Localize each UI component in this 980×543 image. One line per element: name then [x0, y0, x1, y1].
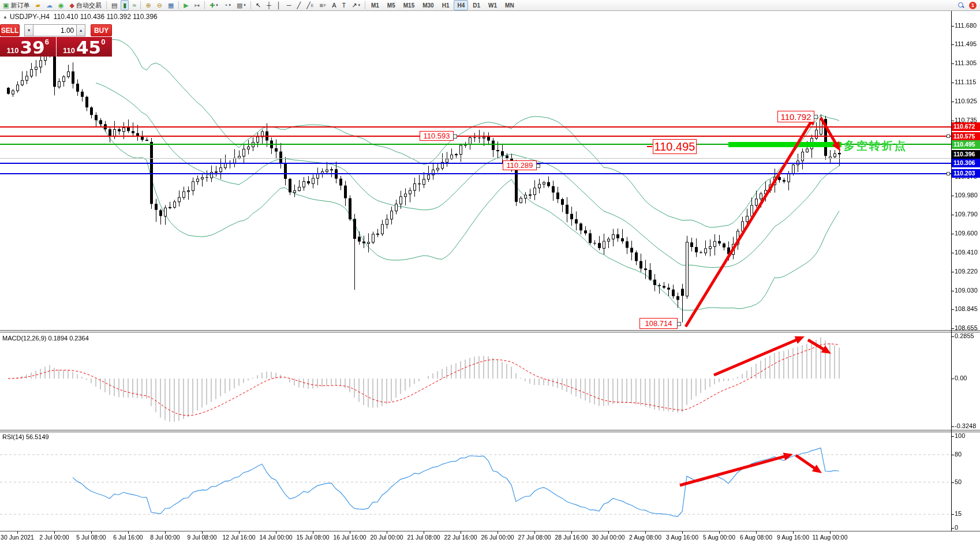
buy-price-pip: 0: [101, 38, 105, 46]
icon-letter: E: [311, 3, 314, 8]
selection-handle[interactable]: [677, 322, 681, 326]
price-label-110.593[interactable]: 110.593: [420, 131, 454, 141]
sell-price-handle: 110: [7, 46, 19, 55]
selection-handle[interactable]: [814, 115, 818, 119]
templates-icon: ▩: [237, 2, 242, 9]
dropdown-caret-icon[interactable]: ▾: [244, 3, 246, 8]
text-label-icon: T: [342, 2, 346, 9]
volume-input[interactable]: [33, 24, 76, 36]
line-chart-button[interactable]: ≈: [130, 0, 138, 10]
text-label-button[interactable]: T: [339, 0, 348, 10]
new-order-button-label: 新订单: [10, 1, 29, 10]
tile-windows-button[interactable]: ▦: [166, 0, 176, 10]
chart-header: ▲ USDJPY-,H4 110.410 110.436 110.392 110…: [3, 13, 158, 21]
auto-scroll-button[interactable]: ▶: [181, 0, 190, 10]
text-button[interactable]: A: [330, 0, 338, 10]
timeframe-h4-button[interactable]: H4: [454, 0, 468, 10]
timeframe-m15-button[interactable]: M15: [400, 0, 418, 10]
trendline-icon: ╱: [297, 2, 301, 9]
templates-button[interactable]: ▩▾: [234, 0, 248, 10]
terminal-window: ▣新订单▰☁◉◆自动交易▤▮≈⊕⊖▦▶↦✚▾◔▾▩▾↖┼│─╱╱E≡FAT↗▾M…: [0, 0, 980, 543]
candlestick-chart-button[interactable]: ▮: [121, 0, 129, 10]
crosshair-icon: ┼: [267, 2, 271, 9]
market-button[interactable]: ☁: [44, 0, 55, 10]
autotrade-button[interactable]: ◆自动交易: [67, 0, 103, 10]
buy-price-display[interactable]: 110 45 0: [57, 37, 113, 57]
vertical-line-icon: │: [277, 2, 281, 9]
bar-chart-button[interactable]: ▤: [109, 0, 119, 10]
tile-windows-icon: ▦: [168, 2, 174, 9]
fibonacci-icon: ≡: [319, 2, 323, 9]
new-order-button[interactable]: ▣新订单: [1, 0, 32, 10]
zoom-out-icon: ⊖: [157, 2, 162, 9]
icon-letter: F: [324, 3, 326, 8]
timeframe-m5-button[interactable]: M5: [384, 0, 399, 10]
chart-shift-button[interactable]: ↦: [192, 0, 202, 10]
notification-icon[interactable]: 1: [969, 2, 977, 9]
gold-trading-button[interactable]: ▰: [33, 0, 42, 10]
zoom-in-button[interactable]: ⊕: [143, 0, 153, 10]
timeframe-d1-button[interactable]: D1: [469, 0, 484, 10]
selection-handle[interactable]: [536, 164, 540, 168]
horizontal-line-icon: ─: [287, 2, 291, 9]
sell-button[interactable]: SELL: [0, 24, 20, 36]
candlestick-chart-icon: ▮: [123, 2, 126, 9]
search-icon[interactable]: [957, 2, 964, 9]
symbol-icon: ▲: [3, 14, 8, 20]
zoom-out-button[interactable]: ⊖: [155, 0, 164, 10]
channel-button[interactable]: ╱E: [304, 0, 316, 10]
cursor-button[interactable]: ↖: [253, 0, 263, 10]
toolbar-separator: [106, 1, 107, 9]
volume-increase-button[interactable]: ▲: [76, 24, 85, 36]
arrows-button[interactable]: ↗▾: [349, 0, 362, 10]
new-order-icon: ▣: [3, 2, 9, 9]
price-label-110.289[interactable]: 110.289: [503, 160, 537, 170]
price-chart-canvas[interactable]: [0, 0, 980, 543]
line-chart-icon: ≈: [132, 2, 136, 9]
vertical-line-button[interactable]: │: [275, 0, 283, 10]
signals-button[interactable]: ◉: [56, 0, 66, 10]
dropdown-caret-icon[interactable]: ▾: [229, 3, 231, 8]
price-label-110.792[interactable]: 110.792: [777, 111, 814, 122]
timeframe-h1-button[interactable]: H1: [439, 0, 453, 10]
cursor-icon: ↖: [256, 2, 261, 9]
price-label-108.714[interactable]: 108.714: [639, 318, 678, 329]
crosshair-button[interactable]: ┼: [264, 0, 274, 10]
arrows-icon: ↗: [351, 2, 357, 9]
one-click-trading-panel: SELL ▼ ▲ BUY 110 39 6 110 45 0: [0, 24, 112, 57]
autotrade-button-label: 自动交易: [76, 1, 102, 10]
chart-ohlc-quotes: 110.410 110.436 110.392 110.396: [54, 13, 158, 21]
toolbar: ▣新订单▰☁◉◆自动交易▤▮≈⊕⊖▦▶↦✚▾◔▾▩▾↖┼│─╱╱E≡FAT↗▾M…: [0, 0, 980, 11]
market-icon: ☁: [46, 2, 53, 9]
label-anchor-dash: [647, 146, 652, 147]
volume-decrease-button[interactable]: ▼: [24, 24, 33, 36]
dropdown-caret-icon[interactable]: ▾: [216, 3, 218, 8]
periods-button[interactable]: ◔▾: [222, 0, 233, 10]
signals-icon: ◉: [58, 2, 64, 9]
price-label-110.495[interactable]: 110.495: [653, 139, 697, 154]
timeframe-m1-button[interactable]: M1: [368, 0, 383, 10]
dropdown-caret-icon[interactable]: ▾: [358, 3, 360, 8]
fibonacci-button[interactable]: ≡F: [317, 0, 328, 10]
text-icon: A: [332, 2, 336, 9]
auto-scroll-icon: ▶: [184, 2, 188, 9]
timeframe-w1-button[interactable]: W1: [485, 0, 500, 10]
toolbar-separator: [204, 1, 205, 9]
buy-button[interactable]: BUY: [91, 24, 112, 36]
trendline-button[interactable]: ╱: [295, 0, 304, 10]
sell-price-big: 39: [20, 40, 45, 55]
turning-point-note[interactable]: 多空转折点: [844, 138, 907, 153]
sell-price-pip: 6: [45, 38, 49, 46]
channel-icon: ╱: [306, 2, 311, 9]
timeframe-m30-button[interactable]: M30: [419, 0, 437, 10]
indicators-button[interactable]: ✚▾: [207, 0, 220, 10]
toolbar-separator: [140, 1, 141, 9]
periods-icon: ◔: [224, 2, 228, 9]
toolbar-separator: [365, 1, 365, 9]
selection-handle[interactable]: [453, 134, 457, 138]
sell-price-display[interactable]: 110 39 6: [0, 37, 56, 57]
horizontal-line-button[interactable]: ─: [285, 0, 294, 10]
autotrade-icon: ◆: [69, 2, 74, 9]
timeframe-mn-button[interactable]: MN: [502, 0, 518, 10]
buy-price-handle: 110: [63, 46, 75, 55]
